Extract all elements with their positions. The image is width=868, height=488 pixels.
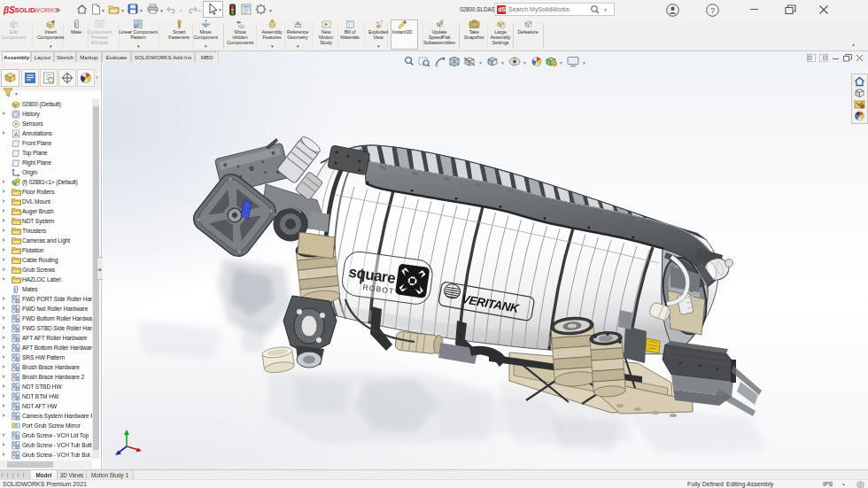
svg-text:WORKS: WORKS — [34, 6, 59, 14]
svg-text:SOLID: SOLID — [15, 6, 36, 14]
svg-text:?: ? — [710, 6, 715, 15]
svg-text:βS: βS — [4, 5, 15, 15]
